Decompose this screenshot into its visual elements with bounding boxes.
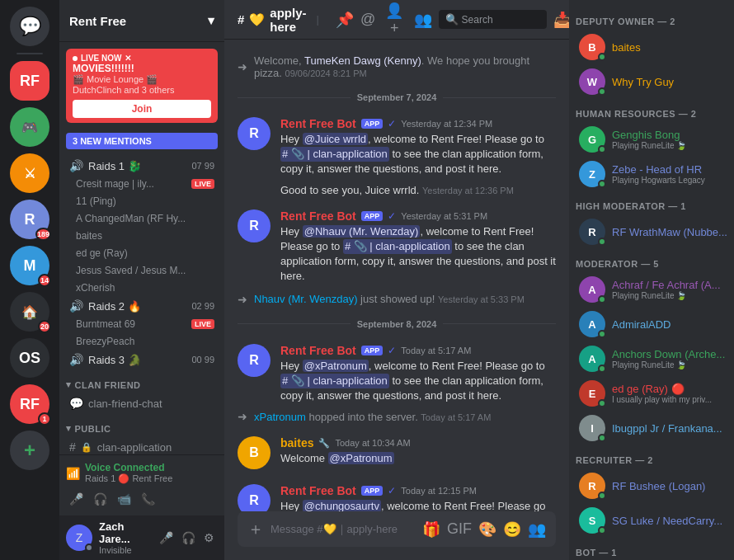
- voice-deafen-button[interactable]: 🎧: [90, 489, 111, 509]
- members-icon[interactable]: 👥: [414, 11, 432, 29]
- member-ibugppl[interactable]: I Ibugppl Jr / Frankana...: [572, 412, 731, 445]
- user-info: Zach Jare... Invisible: [99, 520, 149, 555]
- invite-icon[interactable]: 👤+: [382, 2, 407, 37]
- header-divider: |: [317, 13, 319, 26]
- user-mute-button[interactable]: 🎤: [156, 528, 176, 548]
- channel-sub-burntmeat[interactable]: Burntmeat 69 LIVE: [63, 316, 221, 332]
- message-input-area: ＋ 🎁 GIF 🎨 😊 👥: [224, 511, 569, 560]
- member-why-try-guy[interactable]: W Why Try Guy: [572, 65, 731, 98]
- user-deafen-button[interactable]: 🎧: [178, 528, 199, 548]
- channel-sub-xcherish[interactable]: xCherish: [63, 280, 221, 296]
- wrench-icon-baites: 🔧: [318, 438, 330, 449]
- search-input[interactable]: [462, 14, 541, 26]
- user-settings-button[interactable]: ⚙: [200, 528, 218, 548]
- message-group-bot4: R Rent Free Bot APP ✓ Today at 12:15 PM …: [238, 481, 556, 511]
- sticker-icon[interactable]: 🎨: [478, 520, 496, 539]
- channel-clan-application[interactable]: # 🔒 clan-application: [63, 438, 221, 454]
- channel-raids-1[interactable]: 🔊 Raids 1 🐉 07 99: [63, 157, 221, 175]
- message-group-baites1: B baites 🔧 Today at 10:34 AM Welcome @xP…: [238, 433, 556, 473]
- member-name-wrathmaw: RF WrathMaw (Nubbe...: [612, 226, 727, 238]
- avatar-rfbushee: R: [579, 473, 605, 499]
- channel-sub-breezy[interactable]: BreezyPeach: [63, 333, 221, 350]
- message-header-bot1: Rent Free Bot APP ✓ Yesterday at 12:34 P…: [280, 117, 556, 130]
- channel-raids-2[interactable]: 🔊 Raids 2 🔥 02 99: [63, 297, 221, 315]
- timestamp-bot4: Today at 12:15 PM: [401, 486, 477, 496]
- verified-icon-bot4: ✓: [388, 485, 396, 496]
- server-icon-rent-free[interactable]: RF: [10, 61, 49, 101]
- channel-sub-edge[interactable]: ed ge (Ray): [63, 245, 221, 261]
- member-name-whytryguy: Why Try Guy: [612, 76, 674, 88]
- channels-list: 🔊 Raids 1 🐉 07 99 Cresit mage | ily... L…: [59, 153, 224, 454]
- member-admiraladd[interactable]: A AdmiralADD: [572, 308, 731, 341]
- sub-name-burntmeat: Burntmeat 69: [76, 318, 186, 330]
- channel-clan-friend-chat[interactable]: 💬 clan-friend-chat: [63, 394, 221, 412]
- live-tag-burntmeat: LIVE: [191, 319, 214, 329]
- mentions-banner[interactable]: 3 NEW MENTIONS: [66, 133, 218, 149]
- members-list-icon[interactable]: 👥: [528, 520, 546, 539]
- inbox-icon[interactable]: 📥: [553, 11, 569, 29]
- channel-sub-changedman[interactable]: A ChangedMan (RF Hy...: [63, 210, 221, 227]
- channel-sub-baites[interactable]: baites: [63, 228, 221, 244]
- server-icon-s3[interactable]: ⚔: [10, 153, 49, 193]
- member-anchors[interactable]: A Anchors Down (Arche... Playing RuneLit…: [572, 342, 731, 375]
- member-genghis[interactable]: G Genghis Bong Playing RuneLite 🍃: [572, 123, 731, 156]
- member-zebe[interactable]: Z Zebe - Head of HR Playing Hogwarts Leg…: [572, 158, 731, 191]
- member-info-admiraladd: AdmiralADD: [612, 318, 671, 331]
- member-rfbushee[interactable]: R RF Bushee (Logan): [572, 469, 731, 502]
- voice-mute-button[interactable]: 🎤: [66, 489, 87, 509]
- member-sub-genghis: Playing RuneLite 🍃: [612, 141, 686, 150]
- channel-link-bot3[interactable]: # 📎 | clan-application: [280, 374, 389, 388]
- chevron-down-icon: ▾: [208, 13, 214, 28]
- server-header[interactable]: Rent Free ▾: [59, 0, 224, 42]
- server-icon-s2[interactable]: 🎮: [10, 107, 49, 147]
- close-live-button[interactable]: ✕: [125, 54, 131, 63]
- gif-icon[interactable]: GIF: [447, 520, 472, 538]
- date-line-left8: [238, 323, 351, 324]
- search-bar[interactable]: 🔍: [439, 10, 548, 29]
- channel-raids-3[interactable]: 🔊 Raids 3 🐊 00 99: [63, 351, 221, 369]
- mention-icon[interactable]: @: [360, 11, 375, 28]
- channel-sub-cresit[interactable]: Cresit mage | ily... LIVE: [63, 176, 221, 192]
- message-body-bot1: Hey @Juice wrrld, welcome to Rent Free! …: [280, 132, 556, 177]
- attach-button[interactable]: ＋: [247, 518, 264, 540]
- chat-icon-clan: 💬: [69, 397, 83, 410]
- category-human-resources: HUMAN RESOURCES — 2: [569, 99, 734, 122]
- date-line-right8: [443, 323, 556, 324]
- member-sub-edge: I usually play with my priv...: [612, 395, 712, 404]
- author-bot1: Rent Free Bot: [280, 117, 356, 130]
- channel-sub-11ping[interactable]: 11 (Ping): [63, 193, 221, 209]
- channel-emoji-icon: 💛: [249, 12, 265, 27]
- online-dot-anchors: [598, 365, 606, 373]
- avatar-wrathmaw: R: [579, 219, 605, 245]
- channel-link-bot1[interactable]: # 📎 | clan-application: [280, 147, 389, 162]
- members-sidebar: DEPUTY OWNER — 2 B baites W Why Try Guy …: [569, 0, 734, 560]
- join-button[interactable]: Join: [73, 100, 211, 118]
- server-icon-dm[interactable]: 💬: [10, 7, 49, 46]
- message-input[interactable]: [271, 523, 416, 535]
- member-name-rfbushee: RF Bushee (Logan): [612, 480, 705, 492]
- gift-icon[interactable]: 🎁: [422, 520, 440, 539]
- mention-xp2: @xPatronum: [328, 452, 394, 464]
- online-dot-achraf: [598, 295, 606, 304]
- user-link-tumeken[interactable]: TumeKen Dawg (Kenny): [304, 54, 421, 67]
- member-name-anchors: Anchors Down (Arche...: [612, 348, 725, 360]
- member-info-whytryguy: Why Try Guy: [612, 76, 674, 88]
- member-edge[interactable]: E ed ge (Ray) 🔴 I usually play with my p…: [572, 377, 731, 410]
- channel-badge-raids2: 02 99: [191, 301, 214, 311]
- member-sgluke[interactable]: S SG Luke / NeedCarry...: [572, 504, 731, 537]
- member-baites[interactable]: B baites: [572, 31, 731, 64]
- emoji-icon[interactable]: 😊: [503, 520, 521, 539]
- voice-video-button[interactable]: 📹: [114, 489, 134, 509]
- add-server-button[interactable]: +: [10, 431, 49, 470]
- member-wrathmaw[interactable]: R RF WrathMaw (Nubbe...: [572, 215, 731, 248]
- timestamp-baites1: Today at 10:34 AM: [335, 438, 410, 448]
- voice-disconnect-button[interactable]: 📞: [138, 489, 158, 509]
- member-achraf[interactable]: A Achraf / Fe Achraf (A... Playing RuneL…: [572, 273, 731, 306]
- channel-link-bot2[interactable]: # 📎 | clan-application: [343, 239, 452, 254]
- pin-icon[interactable]: 📌: [336, 11, 354, 29]
- date-divider-sept8: September 8, 2024: [238, 319, 556, 329]
- avatar-zebe: Z: [579, 161, 605, 187]
- server-badge-s6: 20: [38, 320, 51, 333]
- server-icon-s7[interactable]: OS: [10, 338, 49, 378]
- channel-sub-jesus[interactable]: Jesus Saved / Jesus M...: [63, 262, 221, 279]
